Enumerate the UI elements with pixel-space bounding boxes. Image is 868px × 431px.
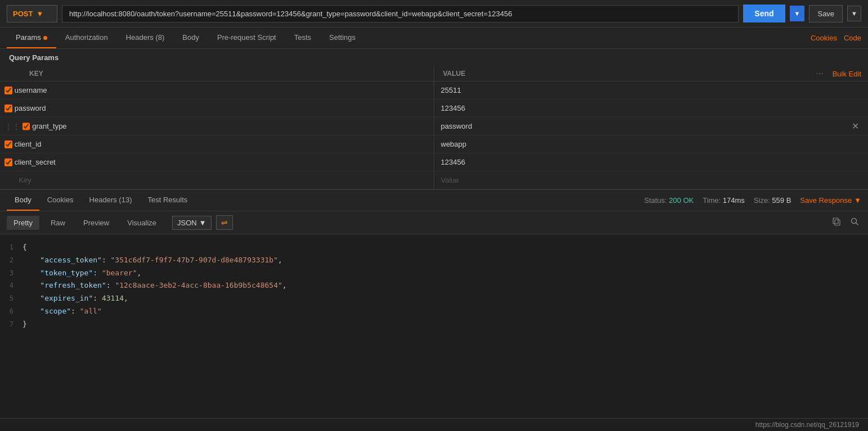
time-label: Time: 174ms (703, 196, 745, 205)
response-tab-testresults[interactable]: Test Results (140, 190, 195, 211)
code-content-6: "scope": "all" (23, 306, 868, 317)
response-tab-headers[interactable]: Headers (13) (82, 190, 140, 211)
save-response-chevron-icon: ▼ (854, 196, 861, 205)
save-button[interactable]: Save (809, 5, 843, 22)
param-granttype-checkbox[interactable] (23, 123, 30, 130)
format-right-icons (830, 215, 861, 230)
param-granttype-value[interactable] (439, 120, 848, 133)
delete-row-button[interactable]: ✕ (847, 121, 863, 131)
param-clientid-key[interactable] (12, 138, 429, 151)
param-clientid-value[interactable] (439, 138, 864, 151)
param-new-value-cell (434, 171, 869, 189)
response-tab-headers-label: Headers (13) (89, 196, 132, 204)
code-line-4: 4 "refresh_token": "12c8aace-3eb2-4acc-8… (0, 279, 868, 292)
param-granttype-key[interactable] (30, 120, 429, 133)
param-new-value[interactable] (439, 174, 864, 187)
format-select[interactable]: JSON ▼ (172, 216, 212, 230)
tabs-right-links: Cookies Code (811, 34, 861, 42)
param-password-value-cell (434, 99, 869, 117)
query-params-title: Query Params (0, 49, 868, 66)
format-tab-visualize[interactable]: Visualize (120, 216, 163, 230)
tab-authorization[interactable]: Authorization (56, 28, 117, 48)
response-info: Status: 200 OK Time: 174ms Size: 559 B S… (644, 196, 861, 205)
param-clientsecret-key[interactable] (12, 156, 429, 169)
tab-body-label: Body (182, 33, 199, 42)
size-value: 559 B (772, 196, 791, 205)
tab-tests-label: Tests (294, 33, 311, 42)
copy-button[interactable] (830, 215, 843, 230)
code-content-2: "access_token": "351c6df7-f9f7-47b7-907d… (23, 255, 868, 266)
response-tabs-row: Body Cookies Headers (13) Test Results S… (0, 190, 868, 211)
format-tab-preview[interactable]: Preview (77, 216, 116, 230)
code-link[interactable]: Code (844, 34, 861, 42)
param-clientsecret-value[interactable] (439, 156, 864, 169)
param-password-key[interactable] (12, 102, 429, 115)
save-response-button[interactable]: Save Response ▼ (800, 196, 861, 205)
param-row-username (0, 81, 868, 99)
svg-rect-1 (833, 218, 838, 224)
more-options-icon[interactable]: ··· (816, 69, 823, 79)
response-tab-testresults-label: Test Results (147, 196, 187, 204)
query-params-section: Query Params KEY VALUE ··· Bulk Edit (0, 49, 868, 189)
status-label: Status: 200 OK (644, 196, 694, 205)
bulk-edit-button[interactable]: Bulk Edit (833, 70, 861, 78)
tab-prerequest[interactable]: Pre-request Script (208, 28, 285, 48)
url-input[interactable] (62, 5, 739, 22)
param-username-checkbox[interactable] (5, 87, 12, 94)
tab-body[interactable]: Body (173, 28, 208, 48)
drag-handle-icon[interactable]: ⋮⋮ (5, 122, 20, 131)
value-column-header: VALUE (434, 66, 816, 81)
line-number-4: 4 (0, 280, 23, 291)
response-tab-body[interactable]: Body (7, 190, 39, 211)
tab-params[interactable]: Params (7, 28, 56, 48)
tab-headers[interactable]: Headers (8) (117, 28, 174, 48)
param-row-grant-type: ⋮⋮ ✕ (0, 117, 868, 135)
request-tabs: Params Authorization Headers (8) Body Pr… (0, 28, 868, 49)
tab-tests[interactable]: Tests (285, 28, 320, 48)
code-content-3: "token_type": "bearer", (23, 267, 868, 279)
svg-line-3 (856, 223, 858, 225)
response-tab-cookies-label: Cookies (47, 196, 74, 204)
param-password-value[interactable] (439, 102, 864, 115)
format-select-label: JSON (177, 219, 197, 227)
send-dropdown-button[interactable]: ▼ (790, 6, 805, 21)
app-container: POST ▼ Send ▼ Save ▼ Params Authorizatio… (0, 0, 868, 431)
param-username-key[interactable] (12, 84, 429, 97)
search-button[interactable] (848, 215, 861, 230)
code-line-6: 6 "scope": "all" (0, 305, 868, 318)
response-tab-cookies[interactable]: Cookies (39, 190, 82, 211)
method-label: POST (13, 10, 33, 18)
param-password-checkbox[interactable] (5, 105, 12, 112)
save-dropdown-button[interactable]: ▼ (847, 6, 861, 21)
line-number-7: 7 (0, 319, 23, 330)
response-tab-body-label: Body (15, 196, 32, 204)
time-value: 174ms (723, 196, 745, 205)
line-number-3: 3 (0, 268, 23, 279)
cookies-link[interactable]: Cookies (811, 34, 837, 42)
line-number-5: 5 (0, 293, 23, 304)
svg-rect-0 (835, 220, 840, 225)
param-clientid-value-cell (434, 135, 869, 153)
code-content-1: { (23, 242, 868, 253)
send-button[interactable]: Send (743, 4, 785, 22)
param-empty-row (0, 171, 868, 189)
response-section: Body Cookies Headers (13) Test Results S… (0, 190, 868, 418)
params-dot (43, 36, 47, 40)
method-dropdown[interactable]: POST ▼ (7, 5, 57, 22)
param-clientsecret-checkbox[interactable] (5, 158, 12, 166)
code-line-3: 3 "token_type": "bearer", (0, 267, 868, 280)
format-tab-raw[interactable]: Raw (44, 216, 72, 230)
param-username-value[interactable] (439, 84, 864, 97)
url-bar: POST ▼ Send ▼ Save ▼ (0, 0, 868, 28)
code-content-4: "refresh_token": "12c8aace-3eb2-4acc-8ba… (23, 280, 868, 292)
format-tab-pretty[interactable]: Pretty (7, 216, 39, 230)
param-new-key[interactable] (16, 174, 429, 187)
param-row-client-id (0, 135, 868, 153)
line-number-2: 2 (0, 255, 23, 266)
param-username-value-cell (434, 81, 869, 99)
tab-settings[interactable]: Settings (320, 28, 365, 48)
param-clientid-checkbox[interactable] (5, 140, 12, 148)
wrap-text-button[interactable]: ⇌ (216, 215, 233, 230)
status-bar-link[interactable]: https://blog.csdn.net/qq_26121919 (755, 421, 859, 429)
param-granttype-value-cell: ✕ (434, 117, 869, 135)
